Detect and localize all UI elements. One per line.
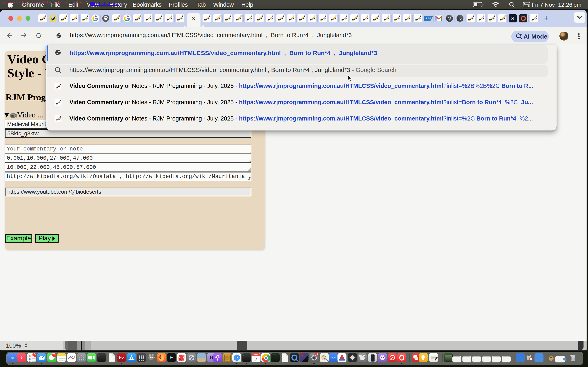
svg-text:SAP: SAP — [426, 17, 431, 20]
svg-text:S: S — [511, 16, 514, 21]
